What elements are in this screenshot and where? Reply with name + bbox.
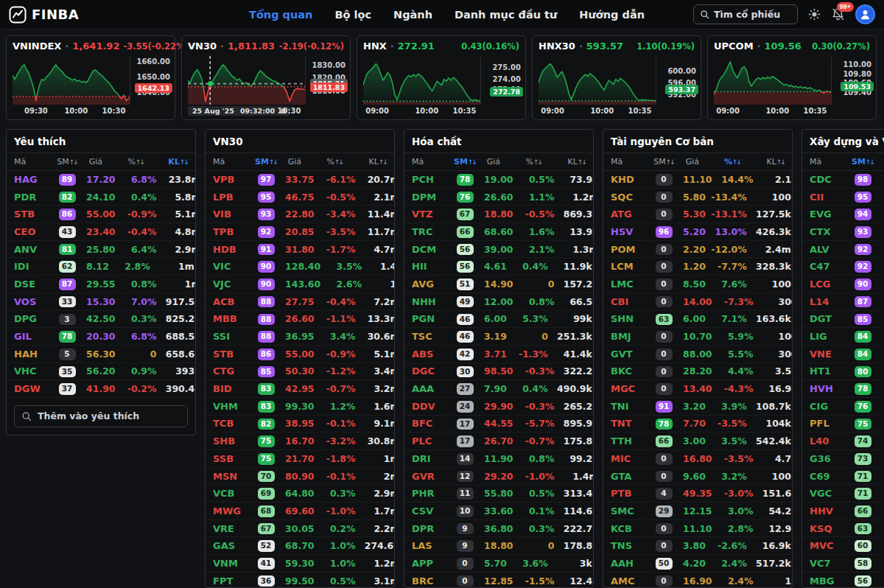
column-header-kl[interactable]: KL↑↓ [541,157,586,167]
table-row[interactable]: BID8342.95-0.7%3.2m [206,380,394,398]
table-row[interactable]: NHH4912.000.8%66.5k [404,293,593,311]
table-row[interactable]: DPR936.800.3%222.7k [404,520,593,538]
column-header-sm[interactable]: SM↑↓ [247,157,285,167]
column-header-mã[interactable]: Mã [412,157,446,167]
table-row[interactable]: PTB449.35-3.0%151.6k [603,485,792,503]
table-row[interactable]: BRC012.85-1.5%12.4k [404,573,593,588]
table-row[interactable]: HVH78 [802,380,884,398]
table-row[interactable]: CII95 [802,189,884,206]
table-row[interactable]: APP05.703.6%3k [404,555,593,573]
table-row[interactable]: TNS03.80-2.6%16.9k [603,537,792,555]
table-row[interactable]: DGT85 [802,311,884,329]
add-favorite-search[interactable] [14,405,188,427]
table-row[interactable]: DRI1411.900.8%99.2k [404,450,593,468]
table-row[interactable]: LPB9546.75-0.5%2.1m [206,189,394,206]
table-row[interactable]: GAS5268.701.0%274.6k [206,537,394,555]
table-row[interactable]: ALV92 [802,241,884,259]
table-row[interactable]: CEO4323.40-0.4%4.8m [7,223,195,241]
table-row[interactable]: VNM4159.301.0%1.2m [206,555,394,573]
table-row[interactable]: MSN7080.90-0.1%2m [206,468,394,486]
table-row[interactable]: AVG5114.900157.2k [404,276,593,293]
table-row[interactable]: TNT787.70-3.5%104k [603,416,792,433]
table-row[interactable]: C6971 [802,468,884,486]
table-row[interactable]: AAA277.900.4%490.9k [404,380,593,398]
column-header-%[interactable]: %↑↓ [500,157,541,167]
nav-item-5[interactable]: Hướng dẫn [579,9,645,21]
column-header-giá[interactable]: Giá [484,157,500,167]
table-row[interactable]: MIC016.80-3.5%4.7k [603,450,792,468]
table-row[interactable]: STB8655.00-0.9%5.1m [206,346,394,363]
table-row[interactable]: HII564.610.4%11.9k [404,258,593,276]
table-row[interactable]: CSV1033.600.1%114.6k [404,503,593,520]
table-row[interactable]: VIC90128.403.5%1.4m [206,258,394,276]
table-row[interactable]: VIB9322.80-3.4%11.4m [206,206,394,223]
column-header-sm[interactable]: SM↑↓ [843,157,882,167]
search-input[interactable] [714,9,791,20]
table-row[interactable]: AMC016.902.4%1k [603,573,792,588]
table-row[interactable]: CDC98 [802,171,884,189]
table-row[interactable]: TSC463.190251.3k [404,328,593,346]
table-row[interactable]: VHM8399.301.2%1.6m [206,398,394,416]
table-row[interactable]: MGC013.40-4.3%16.9k [603,380,792,398]
table-row[interactable]: VOS3315.307.0%917.5k [7,293,195,311]
table-row[interactable]: ANV8125.806.4%2.9m [7,241,195,259]
table-row[interactable]: SSB7521.70-1.8%1m [206,450,394,468]
column-header-sm[interactable]: SM↑↓ [645,157,683,167]
table-row[interactable]: EVG94 [802,206,884,223]
table-row[interactable]: LMC08.507.6%100 [603,276,792,293]
column-header-giá[interactable]: Giá [683,157,699,167]
table-row[interactable]: STB8655.00-0.9%5.1m [7,206,195,223]
table-row[interactable]: DDV2429.90-0.3%265.2k [404,398,593,416]
column-header-mã[interactable]: Mã [810,157,843,167]
table-row[interactable]: BFC1744.55-5.7%895.9k [404,416,593,433]
index-card-vnindex[interactable]: VNINDEX·1,641.92-3.55(-0.22%)1660.001650… [6,35,175,120]
table-row[interactable]: CIG76 [802,398,884,416]
column-header-mã[interactable]: Mã [14,157,48,167]
table-row[interactable]: IDI628.122.8%1m [7,258,195,276]
table-row[interactable]: PHR1155.800.5%313.4k [404,485,593,503]
table-row[interactable]: POM02.20-12.0%2.4m [603,241,792,259]
table-row[interactable]: LCM01.20-7.7%328.3k [603,258,792,276]
table-row[interactable]: VHC3556.200.9%393k [7,363,195,381]
table-row[interactable]: TTH663.003.5%542.4k [603,433,792,450]
table-row[interactable]: HHV66 [802,503,884,520]
table-row[interactable]: TPB9220.85-3.5%11.7m [206,223,394,241]
table-row[interactable]: DCM5639.002.1%1.3m [404,241,593,259]
table-row[interactable]: KCB011.102.8%12.9k [603,520,792,538]
table-row[interactable]: GTA09.603.2%100 [603,468,792,486]
table-row[interactable]: HAG8917.206.8%23.8m [7,171,195,189]
table-row[interactable]: SHB7516.70-3.2%30.8m [206,433,394,450]
table-row[interactable]: HT180 [802,363,884,381]
table-row[interactable]: DGW3741.90-0.2%390.4k [7,380,195,398]
table-row[interactable]: SQC05.80-13.4%100 [603,189,792,206]
table-row[interactable]: L4074 [802,433,884,450]
column-header-%[interactable]: %↑↓ [699,157,740,167]
nav-item-4[interactable]: Danh mục đầu tư [455,9,557,21]
table-row[interactable]: AAH504.202.4%517.2k [603,555,792,573]
table-row[interactable]: PFL75 [802,416,884,433]
table-row[interactable]: MBG56 [802,573,884,588]
table-row[interactable]: KHD011.1014.4%2.1k [603,171,792,189]
index-card-upcom[interactable]: UPCOM·109.560.30(0.27%)110.00109.80109.6… [707,35,877,120]
table-row[interactable]: SSI8836.953.4%30.6m [206,328,394,346]
table-row[interactable]: BKC028.204.4%3.5k [603,363,792,381]
column-header-mã[interactable]: Mã [611,157,645,167]
table-row[interactable]: TCB8238.95-0.1%9.1m [206,416,394,433]
table-row[interactable]: MWG6869.60-1.0%1.7m [206,503,394,520]
table-row[interactable]: VPB9733.75-6.1%20.7m [206,171,394,189]
column-header-sm[interactable]: SM↑↓ [446,157,484,167]
table-row[interactable]: G3673 [802,450,884,468]
table-row[interactable]: CTX93 [802,223,884,241]
table-row[interactable]: VGC71 [802,485,884,503]
nav-item-3[interactable]: Ngành [393,9,432,21]
table-row[interactable]: GVR1229.20-1.0%1.4m [404,468,593,486]
theme-toggle-button[interactable] [808,8,821,21]
table-row[interactable]: LIG84 [802,328,884,346]
column-header-%[interactable]: %↑↓ [102,157,144,167]
table-row[interactable]: GIL7820.306.8%688.5k [7,328,195,346]
avatar[interactable] [855,4,875,24]
table-row[interactable]: LCG90 [802,276,884,293]
column-header-kl[interactable]: KL↑↓ [740,157,785,167]
table-row[interactable]: DPG342.500.3%825.2k [7,311,195,329]
table-row[interactable]: SMC2912.153.0%54.2k [603,503,792,520]
